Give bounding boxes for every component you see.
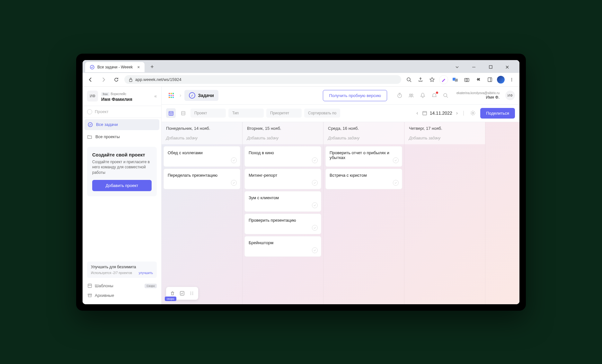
list-view-icon[interactable] [178,108,188,118]
team-icon[interactable] [406,91,416,100]
share-icon[interactable] [416,75,425,84]
svg-point-36 [472,112,474,114]
puzzle-icon[interactable] [474,75,483,84]
add-task[interactable]: Добавить задачу [404,133,485,144]
user-avatar[interactable]: ИФ [505,91,515,100]
trial-button[interactable]: Получить пробную версию [323,90,387,101]
timer-icon[interactable] [395,91,404,100]
extension-pen-icon[interactable] [439,75,448,84]
upgrade-title: Улучшить для безлимита [91,265,153,269]
task-check-icon[interactable] [231,180,237,186]
workspace-header[interactable]: ИФ freeВоркспейс Имя Фамилия « [83,87,161,106]
upgrade-box[interactable]: Улучшить для безлимита Используется -2/7… [87,262,157,278]
svg-point-12 [511,78,512,78]
filter-priority[interactable]: Приоритет [266,109,302,118]
task-check-icon[interactable] [312,157,318,163]
drag-icon[interactable] [188,289,196,297]
task-check-icon[interactable] [312,180,318,186]
chevron-down-icon[interactable] [452,62,462,72]
close-window-icon[interactable] [502,62,512,72]
date-next-icon[interactable]: › [455,109,459,117]
widget-soon-badge: скоро [165,297,176,301]
svg-point-9 [466,79,468,81]
tasks-section[interactable]: ✓ Задачи [184,90,218,101]
forward-icon[interactable] [99,75,108,84]
maximize-icon[interactable] [485,62,496,72]
upgrade-usage: Используется -2/7 проектов [91,271,132,275]
sidebar-item-all-projects[interactable]: Все проекты [83,131,161,142]
task-card[interactable]: Встреча с юристом [325,169,402,189]
task-check-icon[interactable] [231,157,237,163]
search-icon[interactable] [404,75,413,84]
create-desc: Создайте проект и пригласите в него кома… [92,159,152,175]
upgrade-link[interactable]: улучшить [139,271,153,275]
column-header: Вторник, 15 нояб. [243,122,323,133]
check-circle-icon [88,122,93,127]
search-top-icon[interactable] [441,91,451,100]
panel-icon[interactable] [485,75,494,84]
svg-rect-31 [181,111,185,115]
add-task[interactable]: Добавить задачу [323,133,404,144]
task-check-icon[interactable] [393,180,399,186]
topbar: › ✓ Задачи Получить пробную версию ekate… [162,87,519,105]
task-card[interactable]: Брейншторм [244,236,321,257]
task-check-icon[interactable] [393,157,399,163]
task-card[interactable]: Проверить презентацию [244,214,321,234]
task-card[interactable]: Зум с клиентом [244,191,321,212]
filter-sort[interactable]: Сортировать по [304,109,340,118]
add-project-button[interactable]: Добавить проект [92,180,152,191]
browser-chrome: Все задачи - Weeek × + app.weeek.net/ws/… [83,60,519,87]
workspace-name: Имя Фамилия [101,97,132,102]
collapse-sidebar-icon[interactable]: « [154,93,157,99]
sidebar-item-templates[interactable]: Шаблоны Скоро [87,281,157,291]
trash-icon[interactable] [169,289,176,297]
date-prev-icon[interactable]: ‹ [415,109,419,117]
new-tab-button[interactable]: + [148,63,157,72]
reload-icon[interactable] [111,75,121,84]
user-info[interactable]: ekaterina.korolyova@sibirix.ru Имя Ф. [456,91,500,100]
filter-project[interactable]: Проект [190,109,226,118]
task-card[interactable]: Проверить отчет о прибылях и убытках [325,146,402,167]
bottom-widget: скоро [166,287,198,300]
svg-line-5 [410,81,411,82]
app-switcher-icon[interactable] [166,90,176,101]
project-search[interactable]: Проект [83,106,161,118]
calendar-view-icon[interactable] [166,108,176,118]
task-card[interactable]: Поход в кино [244,146,321,167]
svg-rect-34 [423,111,427,115]
circle-icon [87,109,92,114]
share-button[interactable]: Поделиться [480,108,515,119]
translate-icon[interactable] [451,75,460,84]
svg-point-38 [190,291,191,292]
task-card[interactable]: Обед с коллегами [164,146,240,167]
sidebar-item-archived[interactable]: Архивные [87,291,157,300]
task-card[interactable]: Переделать презентацию [164,169,240,189]
done-icon[interactable] [178,289,186,297]
task-check-icon[interactable] [312,202,318,208]
tab-close-icon[interactable]: × [137,65,140,70]
bell-icon[interactable] [418,91,428,100]
sidebar-item-all-tasks[interactable]: Все задачи [84,119,159,130]
minimize-icon[interactable] [469,62,479,72]
calendar-icon[interactable] [422,111,427,116]
filter-type[interactable]: Тип [228,109,264,118]
star-icon[interactable] [428,75,437,84]
address-bar[interactable]: app.weeek.net/ws/15924 [124,75,401,84]
notification-icon[interactable] [429,91,439,100]
menu-dots-icon[interactable] [507,75,516,84]
check-icon: ✓ [189,92,195,99]
svg-point-43 [192,294,193,295]
browser-tab[interactable]: Все задачи - Weeek × [85,62,145,72]
profile-avatar-icon[interactable] [497,76,505,84]
archived-label: Архивные [95,293,114,298]
settings-icon[interactable] [468,108,478,118]
add-task[interactable]: Добавить задачу [162,133,242,144]
task-card[interactable]: Митинг-репорт [244,169,321,189]
project-placeholder: Проект [95,109,109,114]
task-check-icon[interactable] [312,225,318,231]
back-icon[interactable] [86,75,95,84]
plan-badge: free [101,92,110,96]
add-task[interactable]: Добавить задачу [243,133,323,144]
task-check-icon[interactable] [312,247,318,253]
camera-icon[interactable] [462,75,471,84]
